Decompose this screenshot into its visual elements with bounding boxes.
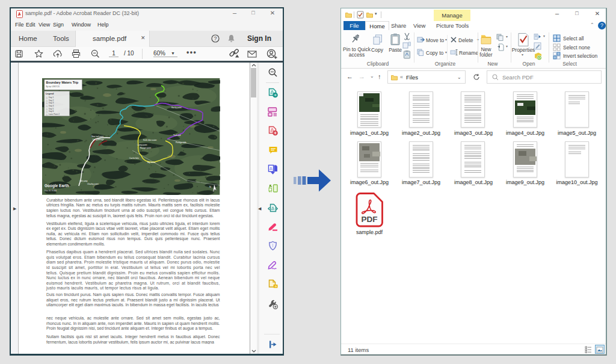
svg-text:Boundary Waters Trip: Boundary Waters Trip — [46, 81, 79, 85]
svg-text:△: △ — [46, 105, 48, 107]
svg-text:Old camp: Old camp — [79, 180, 88, 182]
svg-text:Day 3: Day 3 — [49, 102, 54, 104]
svg-text:N: N — [209, 185, 211, 188]
svg-text:Later Point 2: Later Point 2 — [49, 113, 60, 116]
svg-text:?: ? — [214, 35, 217, 42]
svg-text:△: △ — [46, 99, 48, 102]
svg-text:Big water: Big water — [147, 161, 156, 164]
svg-text:Day 5: Day 5 — [49, 108, 54, 110]
svg-text:△: △ — [46, 111, 48, 113]
svg-text:Legend: Legend — [46, 93, 54, 96]
svg-text:△: △ — [46, 96, 48, 99]
svg-text:Rocky point: Rocky point — [171, 106, 182, 109]
svg-text:Trail end: Trail end — [173, 134, 181, 137]
svg-text:Day 2: Day 2 — [49, 99, 54, 102]
svg-text:△: △ — [46, 108, 48, 110]
svg-text:△: △ — [46, 102, 48, 104]
svg-text:Google Earth: Google Earth — [45, 184, 69, 188]
svg-text:By trip: USKYCK: By trip: USKYCK — [46, 86, 60, 88]
svg-text:Data SIO NOAA: Data SIO NOAA — [45, 190, 57, 192]
svg-text:Charley point: Charley point — [87, 183, 99, 185]
svg-text:Knife lake water: Knife lake water — [143, 139, 158, 141]
svg-text:Day 1: Day 1 — [49, 96, 54, 99]
svg-text:Day 4: Day 4 — [49, 105, 54, 107]
svg-text:Ranger point: Ranger point — [140, 147, 151, 149]
svg-text:Cache lake: Cache lake — [129, 157, 139, 159]
svg-text:Long portage: Long portage — [93, 138, 104, 141]
svg-text:PDF: PDF — [362, 215, 378, 224]
svg-text:Camp point: Camp point — [137, 144, 147, 146]
svg-text:△: △ — [46, 113, 48, 116]
svg-text:New trail point: New trail point — [91, 135, 103, 138]
svg-text:Portage falls: Portage falls — [176, 141, 186, 144]
svg-text:Day 6: Day 6 — [49, 111, 54, 113]
